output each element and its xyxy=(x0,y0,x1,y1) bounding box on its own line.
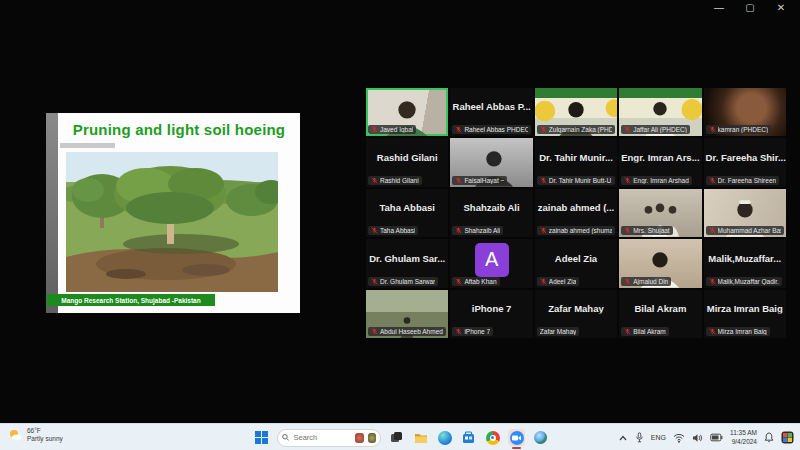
participant-tile-ghulam-sarwar[interactable]: Dr. Ghulam Sar... Dr. Ghulam Sarwar xyxy=(366,239,448,287)
participant-display-name: Adeel Zia xyxy=(535,252,617,263)
muted-mic-icon xyxy=(709,278,716,285)
chrome-button[interactable] xyxy=(484,429,501,446)
participant-tile-malik-muzaffar[interactable]: Malik,Muzaffar... Malik,Muzaffar Qadir. xyxy=(704,239,786,287)
globe-icon xyxy=(534,431,547,444)
participant-name-tag: Muhammad Azhar Bas... xyxy=(706,226,784,235)
zoom-app-button[interactable] xyxy=(508,429,525,446)
muted-mic-icon xyxy=(371,126,378,133)
participant-name-tag: zainab ahmed (shumai... xyxy=(537,226,615,235)
muted-mic-icon xyxy=(540,227,547,234)
muted-mic-icon xyxy=(371,177,378,184)
zoom-meeting-window: — ▢ ✕ Pruning and light soil hoeing xyxy=(0,0,800,450)
participant-tile-shahzaib-ali[interactable]: Shahzaib Ali Shahzaib Ali xyxy=(450,189,532,237)
muted-mic-icon xyxy=(455,177,462,184)
minimize-icon[interactable]: — xyxy=(712,2,726,13)
participant-display-name: Taha Abbasi xyxy=(366,202,448,213)
participant-tile-ajmalud-din[interactable]: Ajmalud Din xyxy=(619,239,701,287)
participant-tile-adeel-zia[interactable]: Adeel Zia Adeel Zia xyxy=(535,239,617,287)
participant-name-tag: Jaffar Ali (PHDEC) xyxy=(621,125,690,134)
participant-tile-kamran[interactable]: kamran (PHDEC) xyxy=(704,88,786,136)
muted-mic-icon xyxy=(709,126,716,133)
start-button[interactable] xyxy=(253,429,270,446)
participant-display-name: Zafar Mahay xyxy=(535,302,617,313)
participant-tile-zafar-mahay[interactable]: Zafar Mahay Zafar Mahay xyxy=(535,290,617,338)
shared-screen-slide: Pruning and light soil hoeing Mango Rese… xyxy=(46,113,300,313)
search-highlight-icon[interactable] xyxy=(368,433,376,443)
participant-tile-tahir-munir[interactable]: Dr. Tahir Munir... Dr. Tahir Munir Butt-… xyxy=(535,138,617,186)
muted-mic-icon xyxy=(455,126,462,133)
participant-tile-javed-iqbal[interactable]: Javed Iqbal xyxy=(366,88,448,136)
muted-mic-icon xyxy=(540,177,547,184)
participant-tile-aftab-khan[interactable]: A Aftab Khan xyxy=(450,239,532,287)
tray-color-app-icon[interactable] xyxy=(781,431,794,444)
muted-mic-icon xyxy=(624,278,631,285)
participant-display-name: Dr. Tahir Munir... xyxy=(535,151,617,162)
participant-tile-zulqarnain-zaka[interactable]: Zulqarnain Zaka (PHDE... xyxy=(535,88,617,136)
participant-name-tag: Mrs. Shujaat xyxy=(621,226,673,235)
participant-display-name: iPhone 7 xyxy=(450,302,532,313)
tray-language[interactable]: ENG xyxy=(651,434,666,441)
search-icon xyxy=(282,433,289,442)
participant-tile-muhammad-azhar[interactable]: Muhammad Azhar Bas... xyxy=(704,189,786,237)
taskbar-weather-widget[interactable]: 66°F Partly sunny xyxy=(8,427,63,443)
tray-date: 9/4/2024 xyxy=(730,438,757,446)
participant-name-tag: Rashid Gilani xyxy=(368,176,422,185)
participant-display-name: Mirza Imran Baig xyxy=(704,302,786,313)
participant-display-name: Malik,Muzaffar... xyxy=(704,252,786,263)
file-explorer-button[interactable] xyxy=(412,429,429,446)
notification-bell-icon[interactable] xyxy=(764,432,774,443)
participant-tile-faisal-hayat[interactable]: FaisalHayat ~ xyxy=(450,138,532,186)
participant-name-tag: Engr. Imran Arshad xyxy=(621,176,692,185)
participant-tile-rashid-gilani[interactable]: Rashid Gilani Rashid Gilani xyxy=(366,138,448,186)
task-view-button[interactable] xyxy=(388,429,405,446)
participant-tile-iphone-7[interactable]: iPhone 7 iPhone 7 xyxy=(450,290,532,338)
search-highlight-icon[interactable] xyxy=(355,433,363,443)
tray-mic-icon[interactable] xyxy=(635,432,644,443)
muted-mic-icon xyxy=(540,278,547,285)
slide-side-strip xyxy=(46,113,58,313)
weather-temperature: 66°F xyxy=(27,427,63,435)
muted-mic-icon xyxy=(624,126,631,133)
participant-tile-imran-arshad[interactable]: Engr. Imran Ars... Engr. Imran Arshad xyxy=(619,138,701,186)
participant-tile-jaffar-ali[interactable]: Jaffar Ali (PHDEC) xyxy=(619,88,701,136)
participant-name-tag: Dr. Ghulam Sarwar xyxy=(368,277,438,286)
windows-taskbar: 66°F Partly sunny xyxy=(0,423,800,450)
wifi-icon[interactable] xyxy=(673,433,685,443)
muted-mic-icon xyxy=(371,278,378,285)
participant-tile-mrs-shujaat[interactable]: Mrs. Shujaat xyxy=(619,189,701,237)
participant-name-tag: Shahzaib Ali xyxy=(452,226,503,235)
search-input[interactable] xyxy=(293,433,351,442)
windows-logo-icon xyxy=(255,431,268,444)
participant-tile-taha-abbasi[interactable]: Taha Abbasi Taha Abbasi xyxy=(366,189,448,237)
participant-tile-fareeha-shireen[interactable]: Dr. Fareeha Shir... Dr. Fareeha Shireen xyxy=(704,138,786,186)
participant-name-tag: Mirza Imran Baig xyxy=(706,327,770,336)
participant-tile-zainab-ahmed[interactable]: zainab ahmed (... zainab ahmed (shumai..… xyxy=(535,189,617,237)
participant-gallery: Javed Iqbal Raheel Abbas P... Raheel Abb… xyxy=(366,88,786,338)
zoom-icon xyxy=(510,431,524,445)
store-icon xyxy=(462,431,475,444)
store-button[interactable] xyxy=(460,429,477,446)
battery-icon[interactable] xyxy=(710,433,723,442)
participant-tile-abdul-haseeb[interactable]: Abdul Haseeb Ahmed xyxy=(366,290,448,338)
close-icon[interactable]: ✕ xyxy=(774,2,788,13)
muted-mic-icon xyxy=(709,328,716,335)
participant-name-tag: kamran (PHDEC) xyxy=(706,125,772,134)
restore-icon[interactable]: ▢ xyxy=(743,2,757,13)
globe-app-button[interactable] xyxy=(532,429,549,446)
participant-tile-raheel-abbas[interactable]: Raheel Abbas P... Raheel Abbas PHDEC-... xyxy=(450,88,532,136)
muted-mic-icon xyxy=(624,227,631,234)
participant-tile-mirza-imran-baig[interactable]: Mirza Imran Baig Mirza Imran Baig xyxy=(704,290,786,338)
slide-caption: Mango Research Station, Shujabad -Pakist… xyxy=(47,294,215,306)
muted-mic-icon xyxy=(455,227,462,234)
tray-clock[interactable]: 11:35 AM 9/4/2024 xyxy=(730,429,757,445)
muted-mic-icon xyxy=(709,227,716,234)
tray-chevron-icon[interactable] xyxy=(618,434,628,442)
edge-browser-button[interactable] xyxy=(436,429,453,446)
muted-mic-icon xyxy=(624,328,631,335)
speaker-icon[interactable] xyxy=(692,433,703,443)
participant-name-tag: Ajmalud Din xyxy=(621,277,671,286)
participant-tile-bilal-akram[interactable]: Bilal Akram Bilal Akram xyxy=(619,290,701,338)
taskbar-search[interactable] xyxy=(277,429,381,447)
muted-mic-icon xyxy=(540,126,547,133)
participant-display-name: Rashid Gilani xyxy=(366,151,448,162)
